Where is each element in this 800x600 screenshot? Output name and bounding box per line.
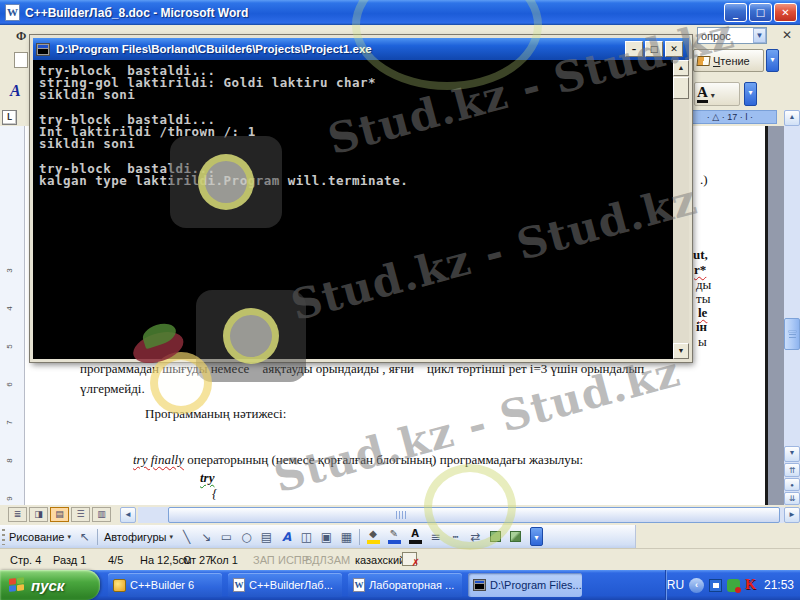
select-objects-icon[interactable]: ↖: [75, 527, 94, 546]
console-icon: [473, 579, 486, 591]
line-color-button[interactable]: ✎: [384, 527, 404, 546]
console-close-button[interactable]: ✕: [665, 41, 683, 57]
doc-fragment: ut,: [693, 247, 708, 263]
fill-color-button[interactable]: ◆: [363, 527, 383, 546]
word-close-button[interactable]: ✕: [774, 3, 797, 22]
word-window-title: C++BuilderЛаб_8.doc - Microsoft Word: [25, 6, 248, 20]
line-color-icon: ✎: [390, 529, 398, 539]
line-style-icon[interactable]: ≡: [426, 527, 445, 546]
outline-view-button[interactable]: ☰: [71, 507, 90, 522]
console-window-title: D:\Program Files\Borland\CBuilder6\Proje…: [56, 43, 372, 55]
drawing-menu-button[interactable]: Рисование▾: [6, 529, 74, 545]
insert-picture-icon[interactable]: ▦: [337, 527, 356, 546]
clip-art-icon[interactable]: ▣: [317, 527, 336, 546]
scroll-left-icon[interactable]: ◄: [120, 507, 136, 523]
language-indicator[interactable]: RU: [667, 578, 684, 592]
workspace-background: [768, 126, 784, 505]
horizontal-scrollbar[interactable]: [138, 507, 784, 523]
console-output-area[interactable]: try-block bastaldi... string-gol laktiri…: [33, 60, 689, 359]
taskbar-button-word-doc1[interactable]: W C++BuilderЛаб...: [228, 573, 342, 597]
doc-brace: {: [212, 486, 217, 502]
print-layout-view-button[interactable]: ▤: [50, 507, 69, 522]
menubar-close-icon[interactable]: ✕: [779, 27, 795, 43]
font-color-button[interactable]: А ▾: [694, 82, 740, 106]
start-button[interactable]: пуск: [0, 570, 100, 600]
font-color-button-drawing[interactable]: А: [405, 527, 425, 546]
reading-label: тение: [720, 55, 749, 67]
word-restore-button[interactable]: □: [749, 3, 772, 22]
ruler-number: 8: [5, 455, 14, 467]
status-page: Стр. 4: [10, 554, 41, 566]
console-scroll-up-icon[interactable]: ▲: [673, 60, 689, 76]
rectangle-icon[interactable]: ▭: [217, 527, 236, 546]
ask-question-dropdown-icon[interactable]: ▼: [753, 28, 766, 43]
doc-fragment: iн: [696, 319, 707, 335]
word-app-icon: W: [5, 4, 20, 21]
console-app-icon: [36, 43, 50, 56]
taskbar-button-word-doc2[interactable]: W Лабораторная ...: [348, 573, 462, 597]
toolbar-options-chevron-icon[interactable]: ▾: [766, 49, 779, 72]
formatting-options-chevron-icon[interactable]: ▾: [744, 82, 757, 106]
shadow-style-icon[interactable]: [486, 527, 505, 546]
hide-icons-chevron-icon[interactable]: ‹: [689, 578, 704, 593]
desktop: W C++BuilderЛаб_8.doc - Microsoft Word _…: [0, 0, 800, 600]
wordart-icon[interactable]: A: [277, 527, 296, 546]
console-output-text: try-block bastaldi... string-gol laktiri…: [39, 65, 408, 187]
doc-try-keyword: try: [200, 470, 214, 486]
ruler-number: 3: [5, 265, 14, 277]
reading-view-button[interactable]: Чтение: [693, 49, 764, 72]
autoshapes-menu-button[interactable]: Автофигуры▾: [101, 529, 176, 545]
new-document-icon[interactable]: [14, 52, 28, 68]
scroll-down-icon[interactable]: ▼: [784, 446, 800, 462]
reading-layout-view-button[interactable]: ▥: [92, 507, 111, 522]
console-scrollbar-thumb[interactable]: [673, 77, 689, 99]
fill-color-icon: ◆: [369, 529, 377, 539]
console-titlebar[interactable]: D:\Program Files\Borland\CBuilder6\Proje…: [33, 38, 689, 60]
tab-selector[interactable]: L: [2, 110, 17, 125]
taskbar-button-console[interactable]: D:\Program Files...: [468, 573, 582, 597]
taskbar: пуск C++Builder 6 W C++BuilderЛаб... W Л…: [0, 570, 800, 600]
diagram-icon[interactable]: ◫: [297, 527, 316, 546]
oval-icon[interactable]: ○: [237, 527, 256, 546]
font-color-dropdown-icon[interactable]: ▾: [711, 91, 715, 103]
web-layout-view-button[interactable]: ◨: [29, 507, 48, 522]
vertical-scrollbar-thumb[interactable]: [784, 318, 800, 350]
console-scroll-down-icon[interactable]: ▼: [673, 343, 689, 359]
next-page-icon[interactable]: ⇊: [784, 492, 800, 505]
console-scrollbar[interactable]: ▲ ▼: [673, 60, 689, 359]
arrow-icon[interactable]: ↘: [197, 527, 216, 546]
horizontal-scrollbar-thumb[interactable]: [168, 507, 780, 523]
taskbar-button-cppbuilder[interactable]: C++Builder 6: [108, 573, 222, 597]
kaspersky-icon[interactable]: K: [745, 578, 756, 592]
ruler-number: 6: [5, 379, 14, 391]
doc-try-finally: try finally: [133, 452, 184, 467]
vertical-scrollbar[interactable]: ▲ ▼ ⇈ ● ⇊: [784, 110, 800, 505]
horizontal-ruler-fragment: · △ · 17 · ǀ ·: [683, 110, 777, 124]
scroll-up-icon[interactable]: ▲: [784, 110, 800, 126]
start-label: пуск: [31, 577, 64, 594]
console-minimize-button[interactable]: –: [625, 41, 643, 57]
font-color-a-icon: А: [697, 85, 708, 103]
previous-page-icon[interactable]: ⇈: [784, 463, 800, 477]
status-ext: ВДЛ: [305, 554, 327, 566]
word-minimize-button[interactable]: _: [724, 3, 747, 22]
text-box-icon[interactable]: ▤: [257, 527, 276, 546]
ruler-number: 5: [5, 341, 14, 353]
ruler-number: 9: [5, 493, 14, 505]
dash-style-icon[interactable]: ┅: [446, 527, 465, 546]
drawing-toolbar-grip[interactable]: [2, 529, 5, 545]
normal-view-button[interactable]: ≣: [8, 507, 27, 522]
tray-agent-icon[interactable]: [727, 579, 740, 592]
scroll-right-icon[interactable]: ►: [784, 507, 800, 523]
select-browse-object-icon[interactable]: ●: [784, 478, 800, 491]
3d-style-icon[interactable]: [506, 527, 525, 546]
line-icon[interactable]: ╲: [177, 527, 196, 546]
tray-display-icon[interactable]: [709, 579, 722, 592]
console-maximize-button[interactable]: □: [645, 41, 663, 57]
doc-fragment: .): [700, 172, 708, 188]
console-window[interactable]: D:\Program Files\Borland\CBuilder6\Proje…: [30, 35, 692, 362]
horizontal-scroll-row: ≣ ◨ ▤ ☰ ▥ ◄ ►: [0, 505, 800, 525]
arrow-style-icon[interactable]: ⇄: [466, 527, 485, 546]
drawing-toolbar-chevron-icon[interactable]: ▾: [530, 527, 543, 546]
taskbar-button-label: Лабораторная ...: [369, 579, 454, 591]
